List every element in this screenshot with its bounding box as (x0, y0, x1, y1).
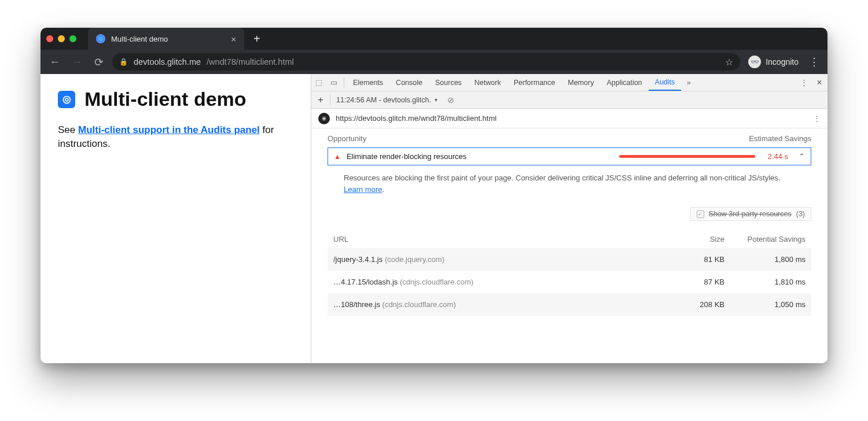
tab-title: Multi-client demo (111, 35, 168, 43)
checkbox-icon: ✓ (697, 211, 704, 218)
devtools-tab-audits[interactable]: Audits (649, 74, 682, 91)
content-area: ◎ Multi-client demo See Multi-client sup… (41, 74, 827, 363)
resources-table: URL Size Potential Savings /jquery-3.4.1… (328, 230, 811, 316)
resource-url: …4.17.15/lodash.js (cdnjs.cloudflare.com… (328, 271, 661, 293)
toggle-count: (3) (796, 210, 805, 218)
lock-icon: 🔒 (119, 58, 128, 66)
reload-button[interactable]: ⟳ (90, 56, 108, 69)
audits-toolbar: + 11:24:56 AM - devtools.glitch. ▾ ⊘ (311, 91, 827, 109)
resource-size: 87 KB (661, 271, 730, 293)
url-path: /wndt78/multiclient.html (207, 57, 294, 67)
back-button[interactable]: ← (46, 56, 64, 68)
audit-url-menu-icon[interactable]: ⋮ (813, 114, 821, 123)
resource-url: /jquery-3.4.1.js (code.jquery.com) (328, 248, 661, 271)
more-tabs-icon[interactable]: » (681, 79, 696, 87)
audit-run-selector[interactable]: 11:24:56 AM - devtools.glitch. ▾ (333, 96, 441, 104)
browser-window: Multi-client demo × + ← → ⟳ 🔒 devtools.g… (41, 28, 827, 363)
devtools-tab-sources[interactable]: Sources (429, 74, 468, 91)
device-toolbar-icon[interactable]: ▭ (326, 78, 341, 87)
devtools-tabs: ⬚ ▭ ElementsConsoleSourcesNetworkPerform… (311, 74, 827, 91)
close-tab-icon[interactable]: × (231, 34, 236, 44)
audit-url-row: ⛯ https://devtools.glitch.me/wndt78/mult… (311, 109, 827, 128)
audit-report: Opportunity Estimated Savings ▲ Eliminat… (311, 128, 827, 363)
devtools-menu-icon[interactable]: ⋮ (796, 78, 811, 87)
incognito-label: Incognito (766, 57, 799, 67)
tab-strip: Multi-client demo × + (41, 28, 827, 50)
table-row: /jquery-3.4.1.js (code.jquery.com)81 KB1… (328, 248, 811, 271)
favicon-icon (96, 34, 105, 43)
warning-triangle-icon: ▲ (334, 153, 341, 161)
devtools-tab-network[interactable]: Network (468, 74, 507, 91)
resource-size: 208 KB (661, 293, 730, 316)
col-size: Size (661, 230, 730, 248)
toggle-label: Show 3rd-party resources (709, 210, 792, 218)
devtools-close-button[interactable]: × (811, 77, 827, 88)
browser-tab[interactable]: Multi-client demo × (88, 28, 244, 50)
devtools-tab-memory[interactable]: Memory (561, 74, 600, 91)
opportunity-savings: 2.44 s (768, 152, 788, 161)
devtools-tab-elements[interactable]: Elements (347, 74, 389, 91)
col-savings: Potential Savings (730, 230, 811, 248)
devtools-tab-application[interactable]: Application (600, 74, 648, 91)
page-heading: ◎ Multi-client demo (58, 88, 293, 110)
table-row: …108/three.js (cdnjs.cloudflare.com)208 … (328, 293, 811, 316)
page-paragraph: See Multi-client support in the Audits p… (58, 123, 293, 151)
chevron-down-icon: ▾ (435, 97, 437, 103)
page-content: ◎ Multi-client demo See Multi-client sup… (41, 74, 311, 363)
incognito-indicator: 👓 Incognito (745, 56, 802, 68)
opportunity-header: Opportunity (328, 134, 366, 143)
browser-menu-button[interactable]: ⋮ (807, 56, 822, 68)
show-3rd-party-toggle[interactable]: ✓ Show 3rd-party resources (3) (690, 207, 811, 221)
maximize-window-button[interactable] (69, 35, 76, 42)
devtools-tab-performance[interactable]: Performance (507, 74, 562, 91)
page-text-prefix: See (58, 124, 78, 135)
savings-header: Estimated Savings (749, 134, 811, 143)
resource-url: …108/three.js (cdnjs.cloudflare.com) (328, 293, 661, 316)
col-url: URL (328, 230, 661, 248)
devtools-panel: ⬚ ▭ ElementsConsoleSourcesNetworkPerform… (311, 74, 827, 363)
audit-url: https://devtools.glitch.me/wndt78/multic… (336, 114, 496, 123)
table-row: …4.17.15/lodash.js (cdnjs.cloudflare.com… (328, 271, 811, 293)
minimize-window-button[interactable] (58, 35, 65, 42)
new-audit-button[interactable]: + (314, 94, 328, 106)
resource-savings: 1,810 ms (730, 271, 811, 293)
address-bar: ← → ⟳ 🔒 devtools.glitch.me/wndt78/multic… (41, 50, 827, 74)
bookmark-star-icon[interactable]: ☆ (725, 57, 733, 68)
devtools-tab-console[interactable]: Console (389, 74, 429, 91)
opportunity-title: Eliminate render-blocking resources (347, 152, 466, 161)
resource-savings: 1,050 ms (730, 293, 811, 316)
omnibar[interactable]: 🔒 devtools.glitch.me/wndt78/multiclient.… (112, 53, 740, 71)
incognito-icon: 👓 (748, 56, 761, 68)
learn-more-link[interactable]: Learn more (344, 185, 382, 194)
inspect-element-icon[interactable]: ⬚ (311, 78, 326, 87)
opportunity-row[interactable]: ▲ Eliminate render-blocking resources 2.… (328, 147, 811, 165)
resource-savings: 1,800 ms (730, 248, 811, 271)
page-heading-icon: ◎ (58, 91, 75, 108)
window-controls (46, 35, 76, 42)
opportunity-desc-period: . (382, 185, 384, 194)
forward-button[interactable]: → (68, 56, 86, 68)
lighthouse-icon: ⛯ (318, 113, 330, 124)
close-window-button[interactable] (46, 35, 53, 42)
opportunity-desc-text: Resources are blocking the first paint o… (344, 173, 780, 182)
url-host: devtools.glitch.me (134, 57, 201, 67)
chevron-up-icon: ⌃ (799, 152, 805, 161)
page-title: Multi-client demo (84, 88, 247, 110)
new-tab-button[interactable]: + (244, 32, 270, 46)
page-link[interactable]: Multi-client support in the Audits panel (78, 124, 260, 135)
clear-button[interactable]: ⊘ (444, 95, 457, 105)
opportunity-description: Resources are blocking the first paint o… (328, 165, 811, 199)
resource-size: 81 KB (661, 248, 730, 271)
opportunity-savings-bar (619, 155, 755, 158)
audit-run-label: 11:24:56 AM - devtools.glitch. (336, 96, 431, 104)
